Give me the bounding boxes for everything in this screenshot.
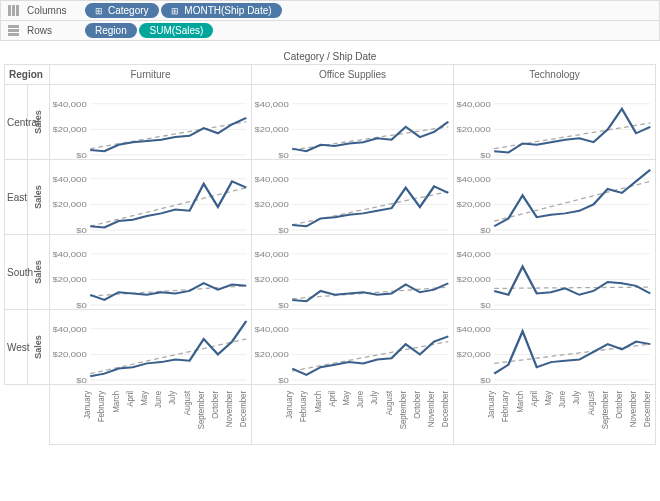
svg-text:April: April — [326, 391, 337, 407]
svg-text:$20,000: $20,000 — [52, 125, 86, 134]
svg-text:September: September — [397, 391, 408, 430]
pill-label: Category — [108, 5, 149, 16]
svg-text:July: July — [369, 390, 380, 405]
svg-text:November: November — [223, 391, 234, 427]
chart-cell-west-technology[interactable]: $0$20,000$40,000 — [454, 310, 656, 385]
column-header-office-supplies: Office Supplies — [252, 65, 454, 85]
svg-rect-4 — [8, 29, 19, 32]
svg-text:April: April — [528, 391, 539, 407]
columns-icon — [7, 5, 19, 16]
row-header-west: West — [5, 310, 28, 385]
column-header-technology: Technology — [454, 65, 656, 85]
svg-text:$20,000: $20,000 — [456, 350, 490, 359]
svg-text:August: August — [383, 390, 394, 415]
svg-text:September: September — [195, 391, 206, 430]
svg-text:November: November — [627, 391, 638, 427]
row-header-central: Central — [5, 85, 28, 160]
svg-text:$0: $0 — [480, 151, 491, 159]
svg-text:March: March — [514, 391, 525, 413]
chart-cell-central-furniture[interactable]: $0$20,000$40,000 — [50, 85, 252, 160]
svg-text:$20,000: $20,000 — [456, 275, 490, 284]
chart-cell-west-office-supplies[interactable]: $0$20,000$40,000 — [252, 310, 454, 385]
row-header-south: South — [5, 235, 28, 310]
chart-cell-central-office-supplies[interactable]: $0$20,000$40,000 — [252, 85, 454, 160]
svg-text:June: June — [354, 391, 365, 408]
svg-text:$40,000: $40,000 — [52, 324, 86, 333]
x-axis-office-supplies: JanuaryFebruaryMarchAprilMayJuneJulyAugu… — [252, 385, 454, 445]
svg-text:$40,000: $40,000 — [254, 174, 288, 183]
rows-icon — [7, 25, 19, 36]
svg-text:December: December — [642, 391, 653, 427]
rows-shelf[interactable]: Rows Region SUM(Sales) — [0, 21, 660, 41]
chart-cell-south-technology[interactable]: $0$20,000$40,000 — [454, 235, 656, 310]
chart-cell-south-office-supplies[interactable]: $0$20,000$40,000 — [252, 235, 454, 310]
svg-text:$20,000: $20,000 — [52, 350, 86, 359]
svg-text:January: January — [486, 390, 497, 419]
svg-text:July: July — [571, 390, 582, 405]
svg-text:July: July — [167, 390, 178, 405]
svg-text:$20,000: $20,000 — [456, 200, 490, 209]
svg-text:February: February — [96, 390, 107, 422]
svg-text:February: February — [500, 390, 511, 422]
svg-text:$20,000: $20,000 — [254, 275, 288, 284]
x-axis-furniture: JanuaryFebruaryMarchAprilMayJuneJulyAugu… — [50, 385, 252, 445]
svg-text:March: March — [110, 391, 121, 413]
svg-text:October: October — [209, 391, 220, 419]
svg-text:$20,000: $20,000 — [52, 200, 86, 209]
y-axis-label: Sales — [27, 85, 50, 160]
viz-title: Category / Ship Date — [4, 51, 656, 62]
pill-category[interactable]: ⊞Category — [85, 3, 159, 18]
svg-text:$40,000: $40,000 — [52, 249, 86, 258]
svg-text:$40,000: $40,000 — [52, 174, 86, 183]
svg-text:$0: $0 — [480, 376, 491, 384]
svg-text:$0: $0 — [278, 301, 289, 309]
svg-text:$40,000: $40,000 — [254, 324, 288, 333]
svg-text:January: January — [82, 390, 93, 419]
svg-text:January: January — [284, 390, 295, 419]
svg-text:$0: $0 — [480, 226, 491, 234]
visualization-area: Category / Ship Date Region FurnitureOff… — [0, 41, 660, 449]
pill-sum-sales-[interactable]: SUM(Sales) — [139, 23, 213, 38]
svg-text:May: May — [542, 390, 553, 405]
svg-text:$0: $0 — [278, 151, 289, 159]
svg-rect-2 — [16, 5, 19, 16]
y-axis-label: Sales — [27, 160, 50, 235]
pill-month-ship-date-[interactable]: ⊞MONTH(Ship Date) — [161, 3, 281, 18]
svg-text:May: May — [340, 390, 351, 405]
svg-text:September: September — [599, 391, 610, 430]
pill-label: Region — [95, 25, 127, 36]
chart-cell-central-technology[interactable]: $0$20,000$40,000 — [454, 85, 656, 160]
svg-text:February: February — [298, 390, 309, 422]
svg-text:May: May — [138, 390, 149, 405]
region-header: Region — [5, 65, 50, 85]
svg-text:$20,000: $20,000 — [254, 350, 288, 359]
pill-type-icon: ⊞ — [171, 6, 179, 16]
chart-cell-east-technology[interactable]: $0$20,000$40,000 — [454, 160, 656, 235]
column-header-furniture: Furniture — [50, 65, 252, 85]
svg-text:$40,000: $40,000 — [254, 99, 288, 108]
chart-cell-south-furniture[interactable]: $0$20,000$40,000 — [50, 235, 252, 310]
svg-text:October: October — [613, 391, 624, 419]
svg-text:December: December — [440, 391, 451, 427]
svg-text:October: October — [411, 391, 422, 419]
svg-rect-5 — [8, 33, 19, 36]
chart-cell-east-furniture[interactable]: $0$20,000$40,000 — [50, 160, 252, 235]
svg-rect-1 — [12, 5, 15, 16]
svg-text:$0: $0 — [76, 376, 87, 384]
svg-text:$40,000: $40,000 — [456, 99, 490, 108]
svg-text:$0: $0 — [480, 301, 491, 309]
rows-label: Rows — [27, 25, 77, 36]
svg-text:$40,000: $40,000 — [254, 249, 288, 258]
small-multiples-grid: Region FurnitureOffice SuppliesTechnolog… — [4, 64, 656, 445]
svg-text:$0: $0 — [278, 226, 289, 234]
pill-label: MONTH(Ship Date) — [184, 5, 271, 16]
svg-text:$40,000: $40,000 — [456, 324, 490, 333]
pill-region[interactable]: Region — [85, 23, 137, 38]
svg-text:$20,000: $20,000 — [52, 275, 86, 284]
chart-cell-east-office-supplies[interactable]: $0$20,000$40,000 — [252, 160, 454, 235]
columns-shelf[interactable]: Columns ⊞Category ⊞MONTH(Ship Date) — [0, 0, 660, 21]
columns-label: Columns — [27, 5, 77, 16]
chart-cell-west-furniture[interactable]: $0$20,000$40,000 — [50, 310, 252, 385]
svg-text:$0: $0 — [76, 226, 87, 234]
svg-text:November: November — [425, 391, 436, 427]
